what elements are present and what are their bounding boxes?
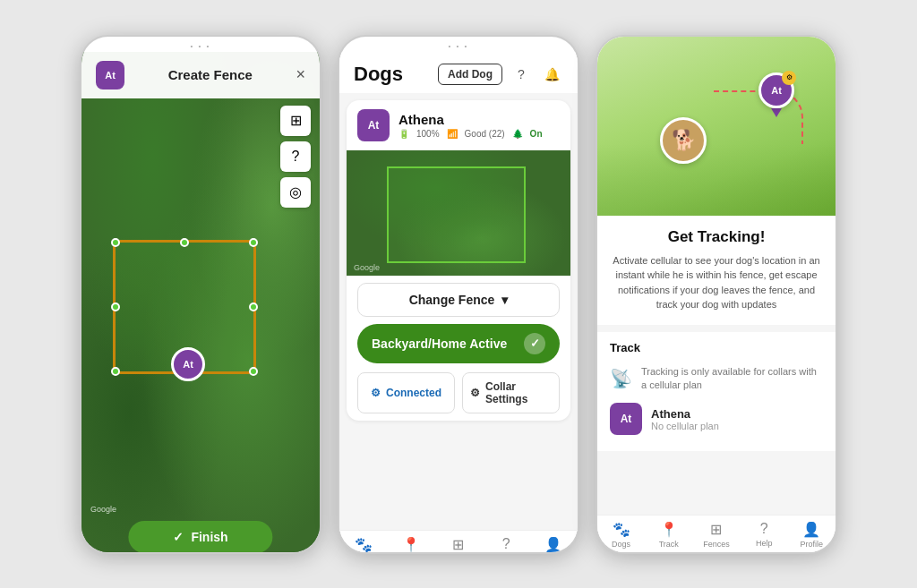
dogs-page-title: Dogs — [354, 63, 403, 86]
change-fence-label: Change Fence — [409, 293, 495, 307]
track-section: Track 📡 Tracking is only available for c… — [597, 332, 836, 452]
track-dog-row: At Athena No cellular plan — [610, 396, 823, 442]
nav-profile-3[interactable]: 👤 Profile — [793, 521, 829, 549]
target-button[interactable]: ◎ — [280, 177, 311, 208]
active-fence-label: Backyard/Home Active — [372, 337, 507, 351]
help-icon-button[interactable]: ? — [510, 63, 533, 86]
fence-corner-tl[interactable] — [111, 238, 120, 247]
phone-track: 🐕 At ⚙ Get Tracking! Activate cellular t… — [596, 35, 837, 554]
top-notch-2: • • • — [339, 37, 578, 52]
dog-name: Athena — [399, 112, 543, 127]
change-fence-button[interactable]: Change Fence ▾ — [357, 283, 560, 317]
layers-button[interactable]: ⊞ — [280, 106, 311, 136]
map-view: At Create Fence × ⊞ ? ◎ — [81, 52, 320, 554]
help-button[interactable]: ? — [280, 141, 311, 172]
nav-help-3[interactable]: ? Help — [746, 521, 782, 549]
tracking-promo-section: Get Tracking! Activate cellular to see y… — [597, 216, 836, 325]
close-button[interactable]: × — [296, 65, 305, 84]
dog-details: Athena 🔋 100% 📶 Good (22) 🌲 On — [399, 112, 543, 139]
help-nav-icon: ? — [502, 536, 510, 552]
tracking-promo-description: Activate cellular to see your dog's loca… — [612, 253, 821, 312]
track-nav-label-3: Track — [659, 540, 679, 549]
map-toolbar: ⊞ ? ◎ — [280, 106, 311, 208]
active-fence-check: ✓ — [524, 333, 545, 354]
nav-track[interactable]: 📍 Track — [393, 536, 429, 554]
track-nav-icon-3: 📍 — [660, 521, 678, 538]
nav-fences-3[interactable]: ⊞ Fences — [698, 521, 734, 549]
dogs-screen: Dogs Add Dog ? 🔔 At Athena 🔋 100% — [339, 52, 578, 554]
cellular-signal-icon: 📡 — [610, 368, 632, 389]
google-watermark-1: Google — [90, 505, 116, 514]
fence-mid-top[interactable] — [180, 238, 189, 247]
signal-icon: 📶 — [447, 129, 458, 139]
dog-map-avatar: At — [171, 347, 205, 381]
fence-corner-bl[interactable] — [111, 367, 120, 376]
tree-icon: 🌲 — [512, 129, 523, 139]
dog-map-thumbnail: Google — [347, 150, 570, 276]
dog-fence-rect — [387, 166, 526, 263]
dog-photo-emoji: 🐕 — [672, 129, 696, 152]
profile-nav-icon-3: 👤 — [802, 521, 820, 538]
track-info-text: Tracking is only available for collars w… — [641, 365, 823, 393]
page-title: Create Fence — [168, 67, 253, 82]
connected-button[interactable]: ⚙ Connected — [357, 372, 455, 413]
connection-row: ⚙ Connected ⚙ Collar Settings — [357, 372, 560, 413]
profile-nav-icon: 👤 — [544, 536, 562, 553]
help-nav-label-3: Help — [756, 539, 773, 548]
fences-nav-icon: ⊞ — [452, 536, 464, 553]
google-watermark-2: Google — [354, 263, 380, 272]
nav-dogs[interactable]: 🐾 Dogs — [346, 536, 381, 554]
bell-icon-button[interactable]: 🔔 — [540, 63, 563, 86]
track-dog-avatar: At — [610, 403, 642, 435]
collar-settings-button[interactable]: ⚙ Collar Settings — [462, 372, 560, 413]
checkmark-icon: ✓ — [173, 530, 184, 544]
top-notch-1: • • • — [81, 37, 320, 52]
chevron-down-icon: ▾ — [501, 293, 508, 307]
add-dog-button[interactable]: Add Dog — [438, 64, 502, 85]
nav-profile[interactable]: 👤 Profile — [536, 536, 571, 554]
dog-avatar-sm: At — [357, 109, 390, 141]
user-avatar: At — [96, 61, 124, 89]
bottom-nav-3: 🐾 Dogs 📍 Track ⊞ Fences ? Help 👤 Pr — [597, 515, 836, 552]
bottom-nav-2: 🐾 Dogs 📍 Track ⊞ Fences ? Help 👤 Pr — [339, 530, 578, 554]
nav-dogs-3[interactable]: 🐾 Dogs — [604, 521, 639, 549]
tracking-promo-title: Get Tracking! — [612, 228, 821, 246]
gps-gear-icon: ⚙ — [782, 71, 796, 85]
dogs-nav-icon-3: 🐾 — [613, 521, 630, 538]
nav-help[interactable]: ? Help — [488, 536, 524, 554]
gps-location-pin: At ⚙ — [758, 72, 794, 117]
gps-pin-tail — [771, 108, 782, 117]
fence-mid-left[interactable] — [111, 303, 120, 311]
dogs-header: Dogs Add Dog ? 🔔 — [339, 52, 578, 93]
finish-button[interactable]: ✓ Finish — [128, 521, 272, 553]
help-nav-icon-3: ? — [760, 521, 768, 537]
nav-track-3[interactable]: 📍 Track — [651, 521, 687, 549]
dog-photo-avatar: 🐕 — [660, 117, 707, 164]
track-dog-name: Athena — [651, 407, 719, 421]
fence-corner-br[interactable] — [249, 367, 258, 376]
track-dog-info: Athena No cellular plan — [651, 407, 719, 431]
track-section-title: Track — [610, 341, 823, 354]
dogs-nav-label-3: Dogs — [612, 540, 630, 549]
nav-fences[interactable]: ⊞ Fences — [441, 536, 476, 554]
help-icon: ? — [292, 149, 300, 165]
fences-nav-label-3: Fences — [703, 540, 730, 549]
track-dog-sub: No cellular plan — [651, 421, 719, 431]
settings-gear-icon: ⚙ — [470, 387, 480, 399]
phone-dogs: • • • Dogs Add Dog ? 🔔 At Athena — [338, 35, 579, 554]
dogs-nav-icon: 🐾 — [355, 536, 373, 553]
track-screen: 🐕 At ⚙ Get Tracking! Activate cellular t… — [597, 37, 836, 552]
signal-value: Good (22) — [465, 129, 505, 139]
phones-container: • • • At Create Fence × ⊞ ? ◎ — [62, 17, 855, 572]
dog-card-header: At Athena 🔋 100% 📶 Good (22) 🌲 On — [347, 100, 570, 150]
bluetooth-icon: ⚙ — [371, 387, 381, 399]
fence-mid-right[interactable] — [249, 303, 258, 311]
create-fence-header: At Create Fence × — [81, 52, 320, 98]
fence-corner-tr[interactable] — [249, 238, 258, 247]
dog-card-athena: At Athena 🔋 100% 📶 Good (22) 🌲 On — [347, 100, 570, 421]
collar-settings-label: Collar Settings — [485, 380, 552, 405]
track-info-row: 📡 Tracking is only available for collars… — [610, 362, 823, 396]
dog-stats: 🔋 100% 📶 Good (22) 🌲 On — [399, 129, 543, 139]
track-map-area: 🐕 At ⚙ — [597, 37, 836, 216]
battery-icon: 🔋 — [399, 129, 409, 139]
